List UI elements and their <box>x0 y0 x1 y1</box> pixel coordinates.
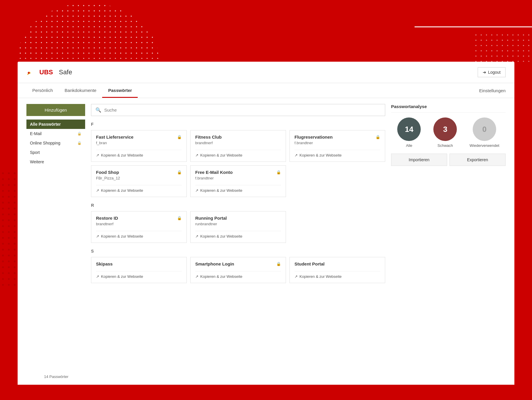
tab-bankdokumente[interactable]: Bankdokumente <box>59 83 102 98</box>
logout-button[interactable]: ➜ Logout <box>478 67 506 77</box>
card-running-portal-username: runbrandtner <box>195 222 281 226</box>
card-running-portal-header: Running Portal <box>195 216 281 221</box>
section-r-letter: R <box>91 203 385 208</box>
sidebar-item-online-shopping[interactable]: Online Shopping 🔒 <box>26 138 85 148</box>
copy-icon-10: ↗ <box>294 274 298 279</box>
left-red-bar <box>0 170 20 288</box>
top-banner <box>0 0 532 62</box>
sidebar-item-weitere[interactable]: Weitere <box>26 157 85 167</box>
sidebar: Hinzufügen Alle Passwörter E-Mail 🔒 Onli… <box>26 104 85 289</box>
card-fitness-club-title: Fitness Club <box>195 135 222 140</box>
tab-passwoerter[interactable]: Passwörter <box>102 83 138 98</box>
right-panel: Passwortanalyse 14 Alle 3 Schwach <box>391 104 506 289</box>
analysis-buttons: Importieren Exportieren <box>391 154 506 166</box>
add-button[interactable]: Hinzufügen <box>26 104 85 116</box>
card-free-email[interactable]: Free E-Mail Konto 🔒 f.brandtner ↗ Kopier… <box>190 165 286 197</box>
main-content: 🔍 F Fast Lieferservice 🔒 f_bran ↗ Kopier… <box>91 104 385 289</box>
card-food-shop-action[interactable]: ↗ Kopieren & zur Webseite <box>96 185 182 193</box>
logout-label: Logout <box>488 70 501 75</box>
card-flugreservationen-username: f.brandtner <box>294 141 380 145</box>
svg-text:✦: ✦ <box>27 71 30 75</box>
circle-reused[interactable]: 0 <box>473 117 496 141</box>
card-smartphone-login-lock: 🔒 <box>276 262 281 266</box>
card-flugreservationen[interactable]: Flugreservationen 🔒 f.brandtner ↗ Kopier… <box>289 130 385 162</box>
tab-persoenlich[interactable]: Persönlich <box>26 83 59 98</box>
card-food-shop[interactable]: Food Shop 🔒 FBr_Pizza_12 ↗ Kopieren & zu… <box>91 165 187 197</box>
copy-icon-4: ↗ <box>96 188 99 193</box>
header: 🔑 ✦ UBS Safe ➜ Logout <box>18 62 514 83</box>
sidebar-item-sport[interactable]: Sport <box>26 148 85 157</box>
circle-weak[interactable]: 3 <box>433 117 457 141</box>
left-dots-pattern <box>0 170 20 288</box>
card-food-shop-lock: 🔒 <box>177 170 182 174</box>
circle-weak-item: 3 Schwach <box>433 117 457 148</box>
card-food-shop-username: FBr_Pizza_12 <box>96 176 182 180</box>
email-lock-icon: 🔒 <box>77 132 82 136</box>
ubs-logo-icon: 🔑 ✦ <box>26 67 37 78</box>
card-fitness-club-header: Fitness Club <box>195 135 281 140</box>
import-button[interactable]: Importieren <box>391 154 447 166</box>
copy-icon-9: ↗ <box>195 274 198 279</box>
card-restore-id-header: Restore ID 🔒 <box>96 216 182 221</box>
card-skipass-header: Skipass <box>96 261 182 266</box>
card-student-portal-title: Student Portal <box>294 261 325 266</box>
top-right-dots <box>473 32 532 62</box>
card-fitness-club-action[interactable]: ↗ Kopieren & zur Webseite <box>195 150 281 157</box>
card-free-email-action[interactable]: ↗ Kopieren & zur Webseite <box>195 185 281 193</box>
passwords-count: 14 Passwörter <box>44 374 68 379</box>
section-s-cards: Skipass ↗ Kopieren & zur Webseite Smartp… <box>91 257 385 283</box>
card-restore-id-lock: 🔒 <box>177 216 182 220</box>
card-skipass[interactable]: Skipass ↗ Kopieren & zur Webseite <box>91 257 187 283</box>
sidebar-item-online-shopping-label: Online Shopping <box>30 141 60 145</box>
copy-icon-3: ↗ <box>294 153 298 157</box>
card-restore-id[interactable]: Restore ID 🔒 brandtnerf ↗ Kopieren & zur… <box>91 211 187 243</box>
search-input[interactable] <box>104 107 381 112</box>
card-running-portal[interactable]: Running Portal runbrandtner ↗ Kopieren &… <box>190 211 286 243</box>
section-s-letter: S <box>91 249 385 253</box>
circle-all[interactable]: 14 <box>397 117 421 141</box>
sidebar-item-alle[interactable]: Alle Passwörter <box>26 120 85 129</box>
copy-icon-1: ↗ <box>96 153 99 157</box>
ubs-logo: 🔑 ✦ UBS <box>26 67 53 78</box>
card-running-portal-action[interactable]: ↗ Kopieren & zur Webseite <box>195 231 281 238</box>
sidebar-item-email[interactable]: E-Mail 🔒 <box>26 129 85 138</box>
online-shopping-lock-icon: 🔒 <box>77 141 82 145</box>
section-r-cards: Restore ID 🔒 brandtnerf ↗ Kopieren & zur… <box>91 211 385 243</box>
card-flugreservationen-lock: 🔒 <box>376 135 380 139</box>
circle-reused-count: 0 <box>482 125 486 134</box>
circle-reused-item: 0 Wiederverwendet <box>469 117 499 148</box>
card-smartphone-login-action[interactable]: ↗ Kopieren & zur Webseite <box>195 271 281 279</box>
card-restore-id-action[interactable]: ↗ Kopieren & zur Webseite <box>96 231 182 238</box>
sidebar-item-email-label: E-Mail <box>30 131 42 136</box>
card-student-portal-header: Student Portal <box>294 261 380 266</box>
copy-icon-5: ↗ <box>195 188 198 193</box>
circle-all-count: 14 <box>405 125 413 134</box>
section-f-cards: Fast Lieferservice 🔒 f_bran ↗ Kopieren &… <box>91 130 385 197</box>
card-skipass-action[interactable]: ↗ Kopieren & zur Webseite <box>96 271 182 279</box>
settings-link[interactable]: Einstellungen <box>479 83 506 98</box>
export-button[interactable]: Exportieren <box>449 154 506 166</box>
ubs-brand-text: UBS <box>39 68 53 76</box>
card-flugreservationen-header: Flugreservationen 🔒 <box>294 135 380 140</box>
copy-icon-6: ↗ <box>96 234 99 238</box>
card-flugreservationen-action[interactable]: ↗ Kopieren & zur Webseite <box>294 150 380 157</box>
page-title: Safe <box>59 68 72 76</box>
copy-icon-2: ↗ <box>195 153 198 157</box>
card-student-portal[interactable]: Student Portal ↗ Kopieren & zur Webseite <box>289 257 385 283</box>
card-fast-lieferservice-action[interactable]: ↗ Kopieren & zur Webseite <box>96 150 182 157</box>
section-f-letter: F <box>91 122 385 127</box>
card-food-shop-title: Food Shop <box>96 170 119 175</box>
card-smartphone-login[interactable]: Smartphone Login 🔒 ↗ Kopieren & zur Webs… <box>190 257 286 283</box>
sidebar-item-weitere-label: Weitere <box>30 159 44 164</box>
card-skipass-title: Skipass <box>96 261 113 266</box>
card-running-portal-title: Running Portal <box>195 216 227 221</box>
circle-reused-label: Wiederverwendet <box>469 143 499 148</box>
circle-all-label: Alle <box>406 143 413 148</box>
card-fast-lieferservice[interactable]: Fast Lieferservice 🔒 f_bran ↗ Kopieren &… <box>91 130 187 162</box>
card-student-portal-action[interactable]: ↗ Kopieren & zur Webseite <box>294 271 380 279</box>
search-bar: 🔍 <box>91 104 385 116</box>
content-layout: Hinzufügen Alle Passwörter E-Mail 🔒 Onli… <box>18 98 514 295</box>
card-fast-lieferservice-header: Fast Lieferservice 🔒 <box>96 135 182 140</box>
card-restore-id-title: Restore ID <box>96 216 118 221</box>
card-fitness-club[interactable]: Fitness Club brandtnerf ↗ Kopieren & zur… <box>190 130 286 162</box>
